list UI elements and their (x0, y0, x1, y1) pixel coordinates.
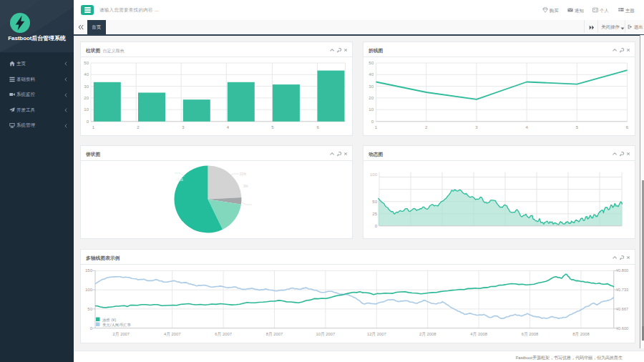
svg-text:6月 2007: 6月 2007 (215, 332, 232, 337)
svg-text:3%: 3% (243, 185, 248, 188)
svg-text:150: 150 (85, 268, 93, 273)
svg-text:10月 2007: 10月 2007 (316, 332, 336, 337)
svg-text:2月 2007: 2月 2007 (113, 332, 130, 337)
svg-text:4: 4 (525, 125, 528, 129)
svg-text:2: 2 (137, 125, 140, 129)
svg-text:30: 30 (369, 84, 374, 89)
svg-text:0: 0 (90, 326, 93, 331)
svg-text:0: 0 (87, 119, 89, 124)
svg-text:30: 30 (84, 84, 89, 89)
svg-text:100: 100 (85, 288, 93, 292)
svg-text:50: 50 (87, 307, 92, 311)
svg-text:40: 40 (84, 72, 89, 77)
svg-text:5: 5 (576, 125, 579, 129)
svg-text:0: 0 (371, 119, 374, 124)
svg-text:25: 25 (372, 212, 377, 216)
svg-text:10: 10 (84, 107, 89, 112)
svg-text:¥0.667: ¥0.667 (616, 307, 628, 311)
svg-text:4月 2008: 4月 2008 (470, 332, 487, 337)
svg-text:¥0.733: ¥0.733 (616, 288, 628, 292)
svg-text:20: 20 (369, 96, 374, 100)
svg-text:10: 10 (369, 107, 374, 112)
svg-text:100: 100 (370, 172, 378, 177)
svg-text:0: 0 (375, 224, 378, 228)
svg-text:¥0.600: ¥0.600 (616, 326, 628, 331)
svg-text:40: 40 (369, 72, 374, 77)
svg-text:美元/人民币汇率: 美元/人民币汇率 (102, 323, 132, 328)
svg-text:4月 2007: 4月 2007 (164, 332, 181, 337)
svg-text:20: 20 (84, 96, 89, 100)
svg-text:3: 3 (475, 125, 478, 129)
svg-text:1: 1 (92, 125, 95, 129)
svg-text:12月 2007: 12月 2007 (367, 332, 386, 337)
svg-text:6: 6 (316, 125, 319, 129)
svg-text:50: 50 (369, 61, 374, 65)
svg-text:1: 1 (375, 125, 378, 129)
svg-text:油价 (¥): 油价 (¥) (102, 318, 116, 323)
svg-text:21%: 21% (240, 172, 246, 176)
svg-text:4: 4 (227, 125, 230, 129)
svg-text:2月 2008: 2月 2008 (419, 332, 436, 337)
svg-text:6: 6 (626, 125, 629, 129)
svg-text:5: 5 (271, 125, 274, 129)
svg-text:50: 50 (372, 200, 377, 204)
svg-text:2: 2 (425, 125, 428, 129)
svg-text:8月 2008: 8月 2008 (572, 332, 590, 337)
svg-text:8月 2007: 8月 2007 (266, 332, 283, 337)
svg-text:3: 3 (182, 125, 185, 129)
svg-text:¥0.800: ¥0.800 (616, 268, 628, 273)
svg-text:50: 50 (84, 61, 89, 65)
svg-text:6月 2008: 6月 2008 (522, 332, 539, 337)
